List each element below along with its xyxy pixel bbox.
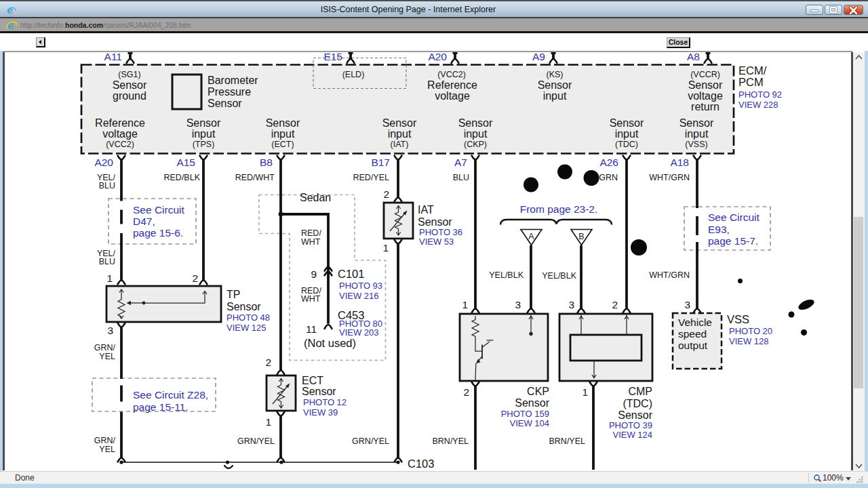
svg-text:YEL: YEL	[99, 352, 115, 361]
svg-text:VIEW 124: VIEW 124	[612, 430, 652, 440]
svg-text:1: 1	[462, 299, 468, 310]
svg-text:C101: C101	[338, 268, 364, 280]
svg-text:Vehicle: Vehicle	[678, 317, 712, 328]
svg-text:input: input	[615, 128, 639, 140]
svg-text:Sensor: Sensor	[679, 117, 714, 129]
svg-text:E15: E15	[323, 52, 342, 62]
svg-text:PCM: PCM	[738, 76, 764, 88]
svg-text:B8: B8	[260, 157, 273, 168]
svg-text:input: input	[192, 128, 216, 140]
svg-text:ECT: ECT	[302, 375, 323, 386]
svg-text:(KS): (KS)	[547, 70, 564, 79]
svg-text:input: input	[685, 128, 709, 140]
svg-text:BRN/YEL: BRN/YEL	[433, 436, 469, 446]
svg-text:ECM/: ECM/	[738, 64, 767, 77]
svg-text:WHT/GRN: WHT/GRN	[649, 173, 690, 182]
svg-text:1: 1	[582, 386, 588, 398]
svg-text:A8: A8	[687, 52, 700, 62]
svg-text:(VCC2): (VCC2)	[106, 140, 134, 149]
svg-text:PHOTO 48: PHOTO 48	[226, 312, 270, 323]
svg-text:ground: ground	[113, 90, 146, 102]
svg-text:C103: C103	[408, 458, 434, 470]
svg-text:Sensor: Sensor	[618, 409, 652, 421]
svg-text:Sensor: Sensor	[208, 98, 242, 109]
svg-text:page 15-6.: page 15-6.	[133, 227, 183, 239]
svg-text:Sensor: Sensor	[186, 117, 221, 129]
svg-text:VIEW 228: VIEW 228	[738, 100, 778, 110]
svg-text:VIEW 203: VIEW 203	[339, 327, 379, 338]
svg-text:WHT: WHT	[301, 294, 321, 304]
svg-text:3: 3	[515, 299, 521, 310]
svg-text:PHOTO 12: PHOTO 12	[303, 397, 347, 407]
svg-text:BLU: BLU	[453, 173, 469, 182]
svg-text:(ECT): (ECT)	[271, 140, 294, 149]
svg-text:input: input	[388, 128, 412, 140]
svg-text:Sensor: Sensor	[610, 117, 644, 129]
svg-text:GRN/: GRN/	[94, 436, 116, 445]
svg-text:A15: A15	[176, 157, 195, 168]
svg-text:YEL/BLK: YEL/BLK	[542, 271, 576, 281]
svg-text:Sensor: Sensor	[688, 79, 723, 91]
svg-text:Pressure: Pressure	[208, 86, 251, 98]
svg-text:Sensor: Sensor	[113, 79, 147, 91]
svg-text:GRN/: GRN/	[94, 343, 116, 352]
svg-text:(TPS): (TPS)	[193, 140, 215, 149]
svg-text:11: 11	[306, 323, 317, 335]
svg-text:GRN: GRN	[599, 173, 618, 182]
svg-text:Reference: Reference	[95, 117, 145, 129]
svg-text:YEL/BLK: YEL/BLK	[489, 270, 524, 280]
svg-text:PHOTO 93: PHOTO 93	[339, 281, 382, 291]
svg-text:voltage: voltage	[435, 90, 470, 102]
svg-text:(CKP): (CKP)	[464, 140, 487, 149]
svg-text:A20: A20	[94, 157, 113, 168]
svg-text:CKP: CKP	[527, 386, 549, 397]
svg-text:PHOTO 159: PHOTO 159	[501, 409, 549, 419]
svg-text:2: 2	[612, 299, 618, 310]
svg-text:RED/YEL: RED/YEL	[353, 173, 390, 182]
svg-text:From page 23-2.: From page 23-2.	[520, 203, 598, 215]
svg-text:See Circuit: See Circuit	[133, 204, 184, 216]
svg-text:voltage: voltage	[102, 128, 138, 140]
svg-text:B17: B17	[371, 157, 390, 168]
svg-text:1: 1	[106, 272, 113, 284]
svg-text:page 15-7.: page 15-7.	[708, 235, 758, 247]
svg-text:input: input	[271, 128, 295, 140]
svg-text:VIEW 125: VIEW 125	[226, 323, 267, 333]
svg-text:(VCC2): (VCC2)	[437, 70, 466, 79]
svg-text:A7: A7	[454, 157, 467, 168]
svg-text:WHT: WHT	[301, 237, 321, 247]
svg-text:9: 9	[311, 268, 317, 280]
svg-text:1: 1	[382, 242, 389, 253]
svg-text:E93,: E93,	[708, 224, 730, 235]
svg-text:See Circuit Z28,: See Circuit Z28,	[133, 389, 208, 401]
svg-text:BLU: BLU	[99, 181, 115, 190]
svg-text:A: A	[528, 232, 534, 241]
svg-text:D47,: D47,	[133, 216, 155, 227]
svg-text:TP: TP	[226, 289, 240, 300]
svg-text:A18: A18	[670, 157, 689, 168]
svg-text:Sedan: Sedan	[300, 192, 331, 203]
svg-text:PHOTO 39: PHOTO 39	[609, 420, 652, 430]
svg-text:A26: A26	[599, 157, 618, 168]
svg-text:input: input	[543, 90, 567, 102]
svg-text:VSS: VSS	[727, 313, 749, 325]
svg-text:CMP: CMP	[628, 386, 652, 397]
svg-text:Reference: Reference	[427, 79, 477, 91]
svg-text:BRN/YEL: BRN/YEL	[549, 436, 586, 446]
svg-text:VIEW 128: VIEW 128	[729, 336, 769, 346]
svg-text:VIEW 104: VIEW 104	[509, 418, 549, 428]
svg-text:3: 3	[568, 299, 574, 310]
svg-text:(ELD): (ELD)	[342, 70, 365, 79]
svg-text:A9: A9	[532, 52, 545, 62]
svg-text:Sensor: Sensor	[226, 301, 261, 312]
svg-text:Sensor: Sensor	[458, 117, 493, 129]
svg-text:WHT/GRN: WHT/GRN	[649, 270, 690, 280]
svg-text:page 15-11.: page 15-11.	[133, 401, 189, 413]
svg-text:VIEW 216: VIEW 216	[339, 291, 379, 301]
svg-text:output: output	[678, 340, 708, 351]
svg-text:(IAT): (IAT)	[391, 140, 409, 149]
svg-text:(Not used): (Not used)	[304, 337, 356, 349]
svg-text:2: 2	[463, 386, 469, 398]
svg-text:IAT: IAT	[418, 204, 434, 216]
svg-text:RED/BLK: RED/BLK	[164, 173, 201, 182]
